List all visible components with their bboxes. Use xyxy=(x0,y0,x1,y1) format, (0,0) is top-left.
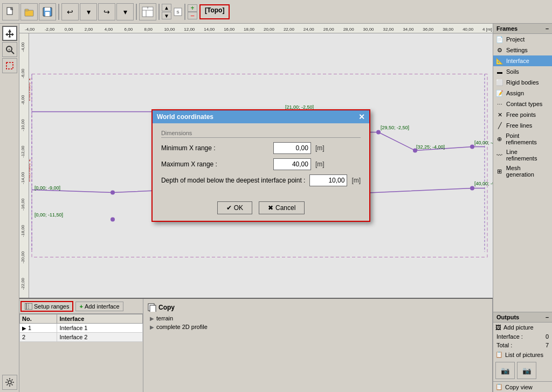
svg-text:-14,00: -14,00 xyxy=(20,172,25,184)
line-refinements-icon: 〰 xyxy=(495,151,504,159)
frames-item-interface[interactable]: 📐 Interface xyxy=(493,55,552,66)
svg-text:32,00: 32,00 xyxy=(383,27,394,32)
frames-minimize-button[interactable]: – xyxy=(546,25,549,32)
svg-text:36,00: 36,00 xyxy=(423,27,434,32)
add-picture-item[interactable]: 🖼 Add picture xyxy=(493,323,552,332)
modal-overlay: World coordinates ✕ Dimensions Minimum X… xyxy=(29,33,493,298)
redo-button[interactable]: ↪ xyxy=(98,3,115,20)
svg-rect-86 xyxy=(150,305,156,312)
table-row[interactable]: ▶ 1 Interface 1 xyxy=(20,324,143,333)
move-tool-button[interactable] xyxy=(2,26,17,41)
frames-section: Frames – 📄 Project ⚙ Settings 📐 Interfac… xyxy=(493,24,552,179)
svg-text:4 [m]: 4 [m] xyxy=(482,27,492,32)
svg-text:-6,00: -6,00 xyxy=(20,68,25,78)
interface-icon: 📐 xyxy=(495,57,504,65)
copy-icon xyxy=(148,303,156,312)
modal-input-depth[interactable] xyxy=(309,174,347,186)
output-camera-buttons: 📷 📷 xyxy=(493,360,552,381)
svg-text:38,00: 38,00 xyxy=(443,27,454,32)
svg-text:16,00: 16,00 xyxy=(224,27,235,32)
row-expand-icon[interactable]: ▶ xyxy=(22,325,26,331)
modal-ok-button[interactable]: ✔ OK xyxy=(217,201,252,214)
copy-view-icon: 📋 xyxy=(495,383,503,390)
table-cell-no: ▶ 1 xyxy=(20,324,57,333)
canvas-area[interactable]: [21,00; -2,50] [29,50; -2,50] [32,25; -4… xyxy=(29,33,493,298)
svg-text:14,00: 14,00 xyxy=(204,27,215,32)
frames-item-line-refinements[interactable]: 〰 Line refinements xyxy=(493,147,552,163)
bottom-panel: Setup ranges + Add interface No. Interfa… xyxy=(19,298,493,392)
frames-item-mesh-generation[interactable]: ⊞ Mesh generation xyxy=(493,163,552,179)
file-menu-button[interactable] xyxy=(2,3,19,20)
modal-row-maxx: Maximum X range : [m] xyxy=(161,158,361,170)
add-interface-button[interactable]: + Add interface xyxy=(75,302,123,311)
undo-button[interactable]: ↩ xyxy=(61,3,79,20)
bottom-table: No. Interface ▶ 1 Interface 1 xyxy=(19,314,143,392)
svg-text:-22,00: -22,00 xyxy=(20,277,25,290)
outputs-minimize-button[interactable]: – xyxy=(546,314,549,320)
modal-body: Dimensions Minimum X range : [m] Maximum… xyxy=(153,123,369,197)
svg-text:24,00: 24,00 xyxy=(303,27,315,32)
setup-ranges-button[interactable]: Setup ranges xyxy=(20,301,73,312)
profile-expand-icon[interactable]: ▶ xyxy=(150,324,154,330)
assign-icon: 📝 xyxy=(495,89,504,97)
soils-icon: ▬ xyxy=(495,68,504,75)
frames-item-soils[interactable]: ▬ Soils xyxy=(493,66,552,77)
remove-stage-button[interactable]: – xyxy=(188,12,197,19)
svg-text:34,00: 34,00 xyxy=(403,27,414,32)
ok-checkmark-icon: ✔ xyxy=(226,204,232,212)
terrain-expand-icon[interactable]: ▶ xyxy=(150,316,154,321)
table-row[interactable]: 2 Interface 2 xyxy=(20,333,143,342)
frames-item-free-lines[interactable]: ╱ Free lines xyxy=(493,120,552,131)
camera1-button[interactable]: 📷 xyxy=(495,362,515,379)
frames-item-project[interactable]: 📄 Project xyxy=(493,34,552,45)
frames-item-contact-types[interactable]: ⋯ Contact types xyxy=(493,99,552,109)
frames-header: Frames – xyxy=(493,24,552,34)
svg-text:+: + xyxy=(8,47,10,52)
template-button[interactable]: T xyxy=(139,3,156,20)
modal-input-minx[interactable] xyxy=(273,142,311,154)
modal-close-button[interactable]: ✕ xyxy=(358,113,365,121)
copy-item-complete-profile[interactable]: ▶ complete 2D profile xyxy=(148,323,488,331)
point-refinements-icon: ⊕ xyxy=(495,135,503,143)
open-button[interactable] xyxy=(20,3,38,20)
frames-item-point-refinements[interactable]: ⊕ Point refinements xyxy=(493,131,552,147)
add-stage-button[interactable]: + xyxy=(188,4,197,12)
topo-button[interactable]: [Topo] xyxy=(199,4,230,19)
free-points-icon: ✕ xyxy=(495,111,504,118)
settings-tool-button[interactable] xyxy=(2,375,17,390)
frames-item-settings[interactable]: ⚙ Settings xyxy=(493,45,552,55)
modal-input-maxx[interactable] xyxy=(273,158,311,170)
total-value: 7 xyxy=(546,342,549,348)
camera2-button[interactable]: 📷 xyxy=(517,362,536,379)
undo-dropdown-button[interactable]: ▾ xyxy=(80,3,97,20)
redo-dropdown-button[interactable]: ▾ xyxy=(116,3,134,20)
select-tool-button[interactable] xyxy=(2,58,17,73)
frames-item-free-points[interactable]: ✕ Free points xyxy=(493,109,552,120)
bottom-middle-panel: Copy ▶ terrain ▶ complete 2D profile Geo… xyxy=(143,299,493,392)
copy-item-terrain[interactable]: ▶ terrain xyxy=(148,314,488,323)
interface-value: 0 xyxy=(546,333,549,340)
stage-up-button[interactable]: ▲ xyxy=(162,4,171,11)
copy-section: Copy ▶ terrain ▶ complete 2D profile xyxy=(146,301,490,333)
frames-item-assign[interactable]: 📝 Assign xyxy=(493,88,552,99)
modal-unit-depth: [m] xyxy=(351,177,361,184)
frames-item-rigid-bodies[interactable]: ⬜ Rigid bodies xyxy=(493,77,552,88)
svg-text:6,00: 6,00 xyxy=(125,27,133,32)
list-of-pictures-icon: 📋 xyxy=(495,351,503,358)
modal-unit-minx: [m] xyxy=(315,144,325,152)
stage-icon: S xyxy=(174,8,182,16)
list-of-pictures-item[interactable]: 📋 List of pictures xyxy=(493,349,552,360)
plus-icon: + xyxy=(79,303,82,310)
stage-down-button[interactable]: ▼ xyxy=(162,12,171,19)
zoom-tool-button[interactable]: + xyxy=(2,42,17,57)
save-button[interactable] xyxy=(39,3,56,20)
interface-info: Interface : 0 xyxy=(493,332,552,341)
cancel-x-icon: ✖ xyxy=(268,204,273,212)
svg-text:-18,00: -18,00 xyxy=(20,225,25,237)
copy-view-button[interactable]: 📋 Copy view xyxy=(493,381,552,392)
svg-text:-10,00: -10,00 xyxy=(20,119,25,131)
modal-cancel-button[interactable]: ✖ Cancel xyxy=(259,201,305,214)
outputs-header: Outputs – xyxy=(493,312,552,323)
svg-rect-2 xyxy=(25,10,33,16)
svg-text:12,00: 12,00 xyxy=(184,27,195,32)
